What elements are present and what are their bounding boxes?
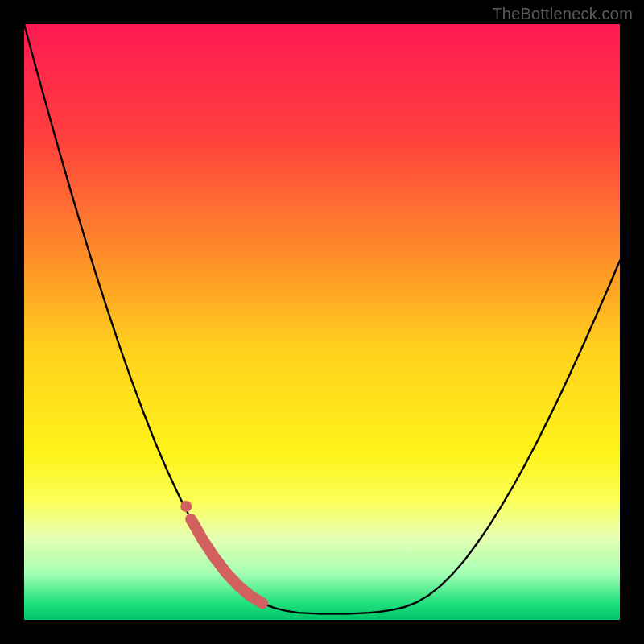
chart-frame: TheBottleneck.com [0, 0, 644, 644]
plot-area [24, 24, 620, 620]
curve-layer [24, 24, 620, 620]
left-curve [24, 24, 382, 614]
watermark-text: TheBottleneck.com [492, 5, 633, 23]
accent-segment [191, 519, 262, 603]
right-curve [382, 261, 620, 612]
accent-dot [180, 501, 192, 512]
